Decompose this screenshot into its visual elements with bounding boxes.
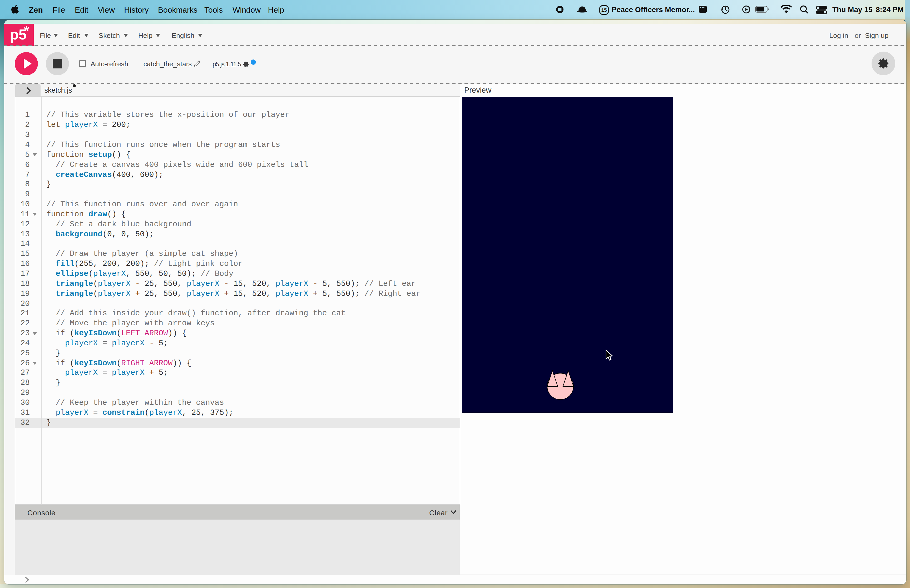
svg-text:15: 15 [601, 7, 607, 13]
